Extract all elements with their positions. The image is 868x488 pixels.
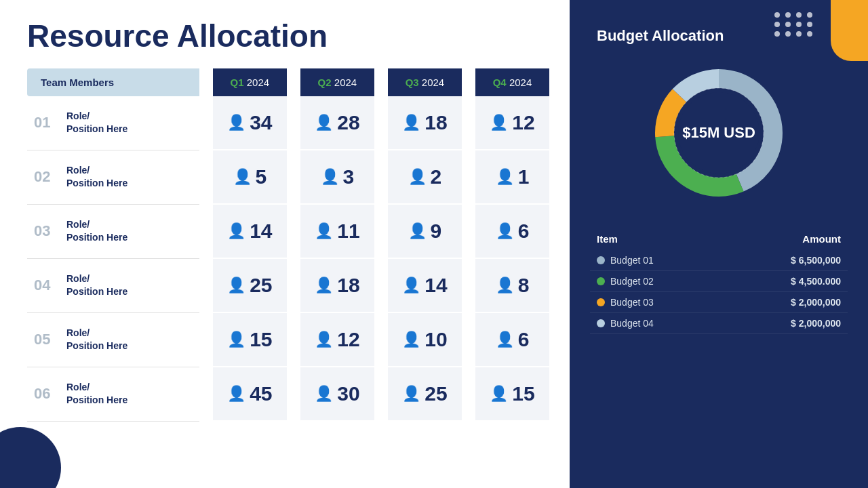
member-cell-5: 06 Role/Position Here [27,367,199,422]
budget-legend: Item Amount Budget 01 $ 6,500,000 Budget… [590,228,848,334]
q2-year: 2024 [334,77,357,88]
spacer [287,150,300,205]
person-icon: 👤 [402,114,420,131]
q3-val-4: 👤 10 [388,313,462,367]
table-row: 03 Role/Position Here 👤 14 👤 11 [27,205,549,259]
q4-val-5: 👤 15 [475,367,549,422]
legend-item-1: Budget 02 [590,271,725,292]
spacer [287,313,300,367]
bottom-circle-decoration [0,427,61,488]
legend-amount-0: $ 6,500,000 [725,250,848,271]
legend-dot-3 [597,319,605,327]
person-icon: 👤 [315,277,333,294]
person-icon: 👤 [496,331,514,348]
member-num-2: 03 [34,222,58,240]
q3-label: Q3 [406,77,419,88]
member-num-5: 06 [34,385,58,403]
q4-val-3: 👤 8 [475,259,549,313]
legend-label-1: Budget 02 [610,276,654,287]
spacer-1 [199,68,213,96]
q2-val-2: 👤 11 [300,205,374,259]
person-icon: 👤 [227,222,245,240]
spacer [374,150,388,205]
member-num-3: 04 [34,277,58,294]
q3-val-0: 👤 18 [388,96,462,150]
resource-table: Team Members Q1 2024 Q2 2024 Q3 2024 [27,68,549,422]
spacer [374,96,388,150]
member-info-1: Role/Position Here [66,164,127,190]
member-info-0: Role/Position Here [66,110,127,136]
q3-val-1: 👤 2 [388,150,462,205]
table-row: 02 Role/Position Here 👤 5 👤 3 [27,150,549,205]
q2-label: Q2 [318,77,332,88]
member-info-2: Role/Position Here [66,218,127,245]
member-num-0: 01 [34,114,58,131]
spacer [287,96,300,150]
legend-row: Budget 01 $ 6,500,000 [590,250,848,271]
spacer-4 [462,68,475,96]
q4-val-0: 👤 12 [475,96,549,150]
member-info-5: Role/Position Here [66,381,127,407]
person-icon: 👤 [408,222,427,240]
left-panel: Resource Allocation Team Members Q1 2024… [0,0,570,488]
spacer [462,259,475,313]
q3-year: 2024 [422,77,444,88]
q1-year: 2024 [247,77,269,88]
person-icon: 👤 [490,385,508,403]
member-cell-0: 01 Role/Position Here [27,96,199,150]
person-icon: 👤 [402,385,420,403]
legend-row: Budget 02 $ 4,500.000 [590,271,848,292]
spacer-2 [287,68,300,96]
q3-val-5: 👤 25 [388,367,462,422]
spacer [199,367,213,422]
spacer [462,367,475,422]
table-row: 06 Role/Position Here 👤 45 👤 30 [27,367,549,422]
legend-item-0: Budget 01 [590,250,725,271]
budget-total: $15M USD [682,124,755,142]
q4-val-4: 👤 6 [475,313,549,367]
member-cell-2: 03 Role/Position Here [27,205,199,259]
q2-val-4: 👤 12 [300,313,374,367]
member-info-4: Role/Position Here [66,327,127,353]
q4-year: 2024 [509,77,532,88]
right-panel: Budget Allocation $15M USD Item Amount [570,0,868,488]
person-icon: 👤 [227,331,245,348]
dots-decoration [774,12,814,37]
col-q1: Q1 2024 [213,68,287,96]
legend-amount-header: Amount [725,228,848,250]
person-icon: 👤 [315,114,333,131]
person-icon: 👤 [233,168,252,186]
legend-dot-0 [597,256,605,264]
q1-val-1: 👤 5 [213,150,287,205]
person-icon: 👤 [315,222,333,240]
q1-val-4: 👤 15 [213,313,287,367]
person-icon: 👤 [496,222,514,240]
person-icon: 👤 [496,277,514,294]
q1-val-0: 👤 34 [213,96,287,150]
spacer [462,205,475,259]
q1-label: Q1 [231,77,244,88]
col-q4: Q4 2024 [475,68,549,96]
person-icon: 👤 [408,168,427,186]
donut-chart: $15M USD [644,58,793,207]
spacer [462,313,475,367]
legend-item-header: Item [590,228,725,250]
spacer [374,313,388,367]
page-title: Resource Allocation [27,19,549,54]
legend-dot-2 [597,298,605,306]
q2-val-5: 👤 30 [300,367,374,422]
legend-dot-1 [597,277,605,285]
person-icon: 👤 [315,385,333,403]
q1-val-2: 👤 14 [213,205,287,259]
q4-label: Q4 [493,77,507,88]
legend-amount-1: $ 4,500.000 [725,271,848,292]
person-icon: 👤 [227,385,245,403]
spacer [287,259,300,313]
q1-val-5: 👤 45 [213,367,287,422]
q4-val-2: 👤 6 [475,205,549,259]
legend-row: Budget 04 $ 2,000,000 [590,313,848,334]
spacer [374,205,388,259]
table-row: 04 Role/Position Here 👤 25 👤 18 [27,259,549,313]
q3-val-3: 👤 14 [388,259,462,313]
q2-val-1: 👤 3 [300,150,374,205]
